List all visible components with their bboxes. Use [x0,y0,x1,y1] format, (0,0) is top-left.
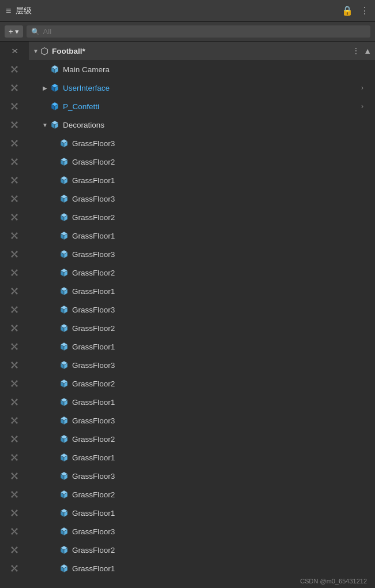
vis-icon-grassfloor2-5[interactable] [0,374,29,393]
search-input[interactable] [43,27,366,36]
cube-icon-grassfloor2-5 [59,378,69,389]
tree-item-grassfloor1-4[interactable]: GrassFloor1 [29,337,375,356]
cube-icon-grassfloor3-5 [59,360,69,370]
chevron-right-p-confetti: › [361,102,363,110]
tree-item-grassfloor2-3[interactable]: GrassFloor2 [29,263,375,282]
add-button[interactable]: + ▾ [5,25,23,38]
cube-icon-p-confetti [50,101,60,111]
vis-icon-grassfloor3-8[interactable] [0,522,29,541]
vis-icon-decorations[interactable] [0,116,29,134]
vis-icon-grassfloor2-8[interactable] [0,541,29,559]
cube-icon-grassfloor1-1 [59,175,69,185]
vis-icon-grassfloor2-4[interactable] [0,319,29,337]
cube-icon-grassfloor2-4 [59,323,69,333]
unity-logo-icon: ⬡ [40,46,48,57]
tree-item-grassfloor3-7[interactable]: GrassFloor3 [29,467,375,485]
tree-item-grassfloor1-6[interactable]: GrassFloor1 [29,448,375,467]
vis-icon-grassfloor2-2[interactable] [0,208,29,226]
vis-icon-grassfloor1-5[interactable] [0,393,29,411]
vis-icon-grassfloor3-1[interactable] [0,134,29,152]
title-bar: ≡ 层级 🔒 ⋮ [0,0,375,22]
tree-item-grassfloor3-6[interactable]: GrassFloor3 [29,411,375,430]
scene-scroll-top-icon[interactable]: ▲ [363,46,372,55]
tree-item-grassfloor1-1[interactable]: GrassFloor1 [29,171,375,189]
tree-item-grassfloor3-2[interactable]: GrassFloor3 [29,189,375,208]
tree-item-grassfloor2-8[interactable]: GrassFloor2 [29,541,375,559]
vis-icon-grassfloor1-6[interactable] [0,448,29,467]
cube-icon-grassfloor3-8 [59,526,69,537]
vis-icon-grassfloor1-4[interactable] [0,337,29,356]
vis-icon-p-confetti[interactable] [0,97,29,116]
item-label-grassfloor2-4: GrassFloor2 [72,324,115,333]
tree-item-grassfloor3-1[interactable]: GrassFloor3 [29,134,375,152]
vis-icon-grassfloor3-5[interactable] [0,356,29,374]
tree-item-grassfloor2-2[interactable]: GrassFloor2 [29,208,375,226]
scene-more-icon[interactable]: ⋮ [352,46,360,55]
tree-item-user-interface[interactable]: UserInterface› [29,79,375,97]
more-icon[interactable]: ⋮ [360,5,369,16]
vis-icon-grassfloor2-1[interactable] [0,152,29,171]
item-label-grassfloor2-1: GrassFloor2 [72,158,115,166]
toolbar: + ▾ 🔍 [0,22,375,42]
tree-item-grassfloor2-4[interactable]: GrassFloor2 [29,319,375,337]
vis-icon-grassfloor1-7[interactable] [0,504,29,522]
vis-icon-grassfloor1-3[interactable] [0,282,29,300]
tree-item-grassfloor3-4[interactable]: GrassFloor3 [29,300,375,319]
lock-icon[interactable]: 🔒 [342,5,353,16]
vis-icon-grassfloor1-1[interactable] [0,171,29,189]
tree-item-grassfloor3-5[interactable]: GrassFloor3 [29,356,375,374]
item-label-grassfloor2-6: GrassFloor2 [72,435,115,444]
tree-item-grassfloor2-6[interactable]: GrassFloor2 [29,430,375,448]
tree-item-grassfloor3-3[interactable]: GrassFloor3 [29,245,375,263]
cube-icon-grassfloor1-7 [59,508,69,518]
tree-content[interactable]: ⬡ Football* ⋮ ▲ Main Camera UserInterfac… [29,42,375,588]
item-label-grassfloor3-2: GrassFloor3 [72,195,115,203]
vis-icon-user-interface[interactable] [0,79,29,97]
tree-item-main-camera[interactable]: Main Camera [29,60,375,79]
item-label-grassfloor3-7: GrassFloor3 [72,472,115,481]
tree-item-grassfloor2-1[interactable]: GrassFloor2 [29,152,375,171]
vis-icon-grassfloor2-7[interactable] [0,485,29,504]
tree-item-grassfloor3-8[interactable]: GrassFloor3 [29,522,375,541]
cube-icon-grassfloor2-1 [59,157,69,167]
panel-title: 层级 [16,6,32,16]
tree-item-grassfloor1-7[interactable]: GrassFloor1 [29,504,375,522]
expand-arrow-decorations[interactable] [40,120,50,129]
tree-item-grassfloor2-7[interactable]: GrassFloor2 [29,485,375,504]
vis-icon-grassfloor3-2[interactable] [0,189,29,208]
scene-root-row[interactable]: ⬡ Football* ⋮ ▲ [29,42,375,60]
tree-item-grassfloor1-2[interactable]: GrassFloor1 [29,226,375,245]
vis-icon-grassfloor2-6[interactable] [0,430,29,448]
cube-icon-grassfloor3-3 [59,249,69,259]
tree-item-p-confetti[interactable]: P_Confetti› [29,97,375,116]
cube-icon-grassfloor2-8 [59,545,69,555]
vis-icon-grassfloor3-4[interactable] [0,300,29,319]
chevron-right-user-interface: › [361,84,363,92]
vis-icon-grassfloor3-3[interactable] [0,245,29,263]
cube-icon-grassfloor3-2 [59,193,69,204]
vis-icon-scene[interactable]: ✕ [0,42,29,60]
tree-item-grassfloor2-5[interactable]: GrassFloor2 [29,374,375,393]
tree-item-decorations[interactable]: Decorations [29,116,375,134]
vis-icon-grassfloor1-8[interactable] [0,559,29,578]
vis-icon-grassfloor1-2[interactable] [0,226,29,245]
item-label-grassfloor1-8: GrassFloor1 [72,564,115,573]
vis-icon-grassfloor3-7[interactable] [0,467,29,485]
item-label-grassfloor3-5: GrassFloor3 [72,361,115,370]
menu-icon: ≡ [6,6,11,16]
tree-item-grassfloor1-5[interactable]: GrassFloor1 [29,393,375,411]
vis-icon-grassfloor2-3[interactable] [0,263,29,282]
vis-icon-main-camera[interactable] [0,60,29,79]
cube-icon-grassfloor3-4 [59,304,69,315]
scene-expand-arrow[interactable] [31,46,40,55]
tree-items-container: Main Camera UserInterface› P_Confetti› D… [29,60,375,578]
tree-item-grassfloor1-3[interactable]: GrassFloor1 [29,282,375,300]
cube-icon-grassfloor3-7 [59,471,69,481]
item-label-grassfloor3-1: GrassFloor3 [72,139,115,148]
expand-arrow-user-interface[interactable] [40,83,50,92]
vis-icon-grassfloor3-6[interactable] [0,411,29,430]
cube-icon-grassfloor1-4 [59,341,69,352]
tree-item-grassfloor1-8[interactable]: GrassFloor1 [29,559,375,578]
item-label-grassfloor1-6: GrassFloor1 [72,453,115,462]
item-label-grassfloor1-5: GrassFloor1 [72,398,115,407]
